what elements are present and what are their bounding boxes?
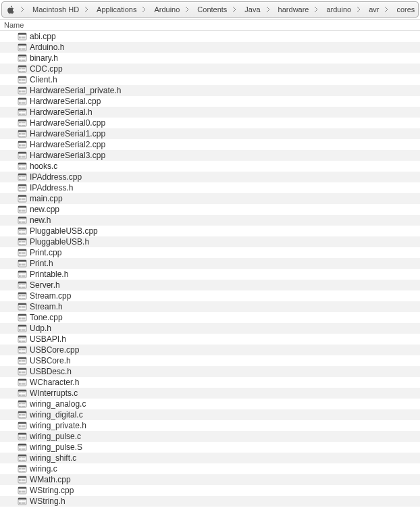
source-file-icon bbox=[18, 303, 27, 311]
svg-rect-282 bbox=[20, 414, 21, 415]
svg-rect-305 bbox=[18, 444, 26, 446]
svg-rect-231 bbox=[22, 341, 26, 342]
file-row[interactable]: HardwareSerial.h bbox=[0, 107, 420, 118]
file-row[interactable]: wiring_digital.c bbox=[0, 409, 420, 420]
file-row[interactable]: HardwareSerial0.cpp bbox=[0, 118, 420, 128]
svg-rect-75 bbox=[20, 134, 21, 135]
file-row[interactable]: wiring_pulse.S bbox=[0, 442, 420, 453]
file-row[interactable]: wiring.c bbox=[0, 463, 420, 474]
file-row[interactable]: Printable.h bbox=[0, 269, 420, 280]
file-row[interactable]: USBCore.h bbox=[0, 355, 420, 366]
file-row[interactable]: wiring_analog.c bbox=[0, 399, 420, 409]
breadcrumb-item[interactable]: arduino bbox=[318, 2, 357, 17]
svg-rect-217 bbox=[18, 325, 26, 327]
svg-rect-179 bbox=[20, 275, 21, 276]
file-name: abi.cpp bbox=[30, 32, 56, 41]
svg-rect-147 bbox=[20, 232, 21, 232]
file-row[interactable]: HardwareSerial3.cpp bbox=[0, 150, 420, 161]
file-row[interactable]: WCharacter.h bbox=[0, 377, 420, 388]
file-row[interactable]: Server.h bbox=[0, 280, 420, 290]
file-row[interactable]: main.cpp bbox=[0, 193, 420, 204]
breadcrumb-item[interactable]: Macintosh HD bbox=[24, 2, 84, 17]
file-row[interactable]: abi.cpp bbox=[0, 31, 420, 42]
breadcrumb-item[interactable]: Arduino bbox=[146, 2, 185, 17]
file-row[interactable]: WString.cpp bbox=[0, 485, 420, 496]
svg-rect-209 bbox=[18, 314, 26, 316]
svg-rect-116 bbox=[20, 190, 21, 190]
file-row[interactable]: WString.h bbox=[0, 496, 420, 507]
file-name: PluggableUSB.h bbox=[30, 237, 89, 247]
source-file-icon bbox=[18, 378, 27, 386]
svg-rect-138 bbox=[20, 220, 21, 220]
svg-rect-77 bbox=[22, 133, 26, 134]
breadcrumb-item[interactable]: Java bbox=[236, 2, 265, 17]
file-row[interactable]: WInterrupts.c bbox=[0, 388, 420, 399]
file-row[interactable]: HardwareSerial2.cpp bbox=[0, 139, 420, 150]
file-name: wiring_shift.c bbox=[30, 453, 76, 463]
breadcrumb-item[interactable]: Contents bbox=[189, 2, 232, 17]
svg-rect-180 bbox=[20, 276, 21, 277]
breadcrumb-item[interactable]: avr bbox=[361, 2, 384, 17]
svg-rect-250 bbox=[20, 371, 21, 372]
svg-rect-161 bbox=[18, 249, 26, 251]
svg-rect-218 bbox=[20, 328, 21, 328]
file-row[interactable]: CDC.cpp bbox=[0, 63, 420, 74]
file-row[interactable]: Client.h bbox=[0, 74, 420, 85]
svg-rect-259 bbox=[20, 383, 21, 384]
file-row[interactable]: new.cpp bbox=[0, 204, 420, 215]
file-row[interactable]: Stream.h bbox=[0, 301, 420, 312]
file-row[interactable]: Udp.h bbox=[0, 323, 420, 334]
svg-rect-115 bbox=[20, 188, 21, 189]
svg-rect-337 bbox=[18, 487, 26, 489]
svg-rect-126 bbox=[22, 199, 26, 200]
file-row[interactable]: USBDesc.h bbox=[0, 366, 420, 377]
file-row[interactable]: wiring_shift.c bbox=[0, 453, 420, 463]
svg-rect-271 bbox=[22, 395, 26, 396]
source-file-icon bbox=[18, 432, 27, 440]
file-row[interactable]: Tone.cpp bbox=[0, 312, 420, 323]
file-row[interactable]: binary.h bbox=[0, 53, 420, 63]
svg-rect-214 bbox=[22, 318, 26, 319]
svg-rect-278 bbox=[22, 405, 26, 405]
file-row[interactable]: USBCore.cpp bbox=[0, 345, 420, 355]
file-row[interactable]: HardwareSerial1.cpp bbox=[0, 128, 420, 139]
file-row[interactable]: wiring_private.h bbox=[0, 420, 420, 431]
file-row[interactable]: Print.h bbox=[0, 258, 420, 269]
file-name: Print.h bbox=[30, 259, 53, 268]
file-row[interactable]: Print.cpp bbox=[0, 247, 420, 258]
file-row[interactable]: HardwareSerial_private.h bbox=[0, 85, 420, 96]
svg-rect-286 bbox=[22, 415, 26, 416]
svg-rect-34 bbox=[20, 79, 21, 80]
apple-logo-icon bbox=[6, 5, 15, 14]
svg-rect-83 bbox=[20, 145, 21, 146]
file-row[interactable]: PluggableUSB.h bbox=[0, 236, 420, 247]
file-row[interactable]: IPAddress.cpp bbox=[0, 172, 420, 182]
breadcrumb-root[interactable] bbox=[2, 2, 20, 17]
svg-rect-157 bbox=[22, 241, 26, 242]
file-row[interactable]: IPAddress.h bbox=[0, 182, 420, 193]
file-name: USBAPI.h bbox=[30, 334, 66, 344]
svg-rect-198 bbox=[22, 297, 26, 297]
svg-rect-43 bbox=[20, 91, 21, 92]
svg-rect-106 bbox=[20, 176, 21, 177]
source-file-icon bbox=[18, 411, 27, 419]
file-row[interactable]: new.h bbox=[0, 215, 420, 226]
file-row[interactable]: PluggableUSB.cpp bbox=[0, 226, 420, 236]
svg-rect-47 bbox=[22, 93, 26, 93]
file-row[interactable]: Stream.cpp bbox=[0, 290, 420, 301]
svg-rect-124 bbox=[20, 201, 21, 201]
file-row[interactable]: USBAPI.h bbox=[0, 334, 420, 345]
svg-rect-127 bbox=[22, 201, 26, 201]
svg-rect-46 bbox=[22, 91, 26, 92]
file-row[interactable]: wiring_pulse.c bbox=[0, 431, 420, 442]
file-name: HardwareSerial3.cpp bbox=[30, 151, 105, 160]
file-row[interactable]: HardwareSerial.cpp bbox=[0, 96, 420, 107]
breadcrumb-item[interactable]: hardware bbox=[270, 2, 315, 17]
breadcrumb-item[interactable]: cores bbox=[388, 2, 419, 17]
column-header-name[interactable]: Name bbox=[0, 19, 420, 31]
breadcrumb-item[interactable]: Applications bbox=[88, 2, 142, 17]
file-row[interactable]: hooks.c bbox=[0, 161, 420, 172]
file-row[interactable]: Arduino.h bbox=[0, 42, 420, 53]
svg-rect-324 bbox=[20, 471, 21, 472]
file-row[interactable]: WMath.cpp bbox=[0, 474, 420, 485]
